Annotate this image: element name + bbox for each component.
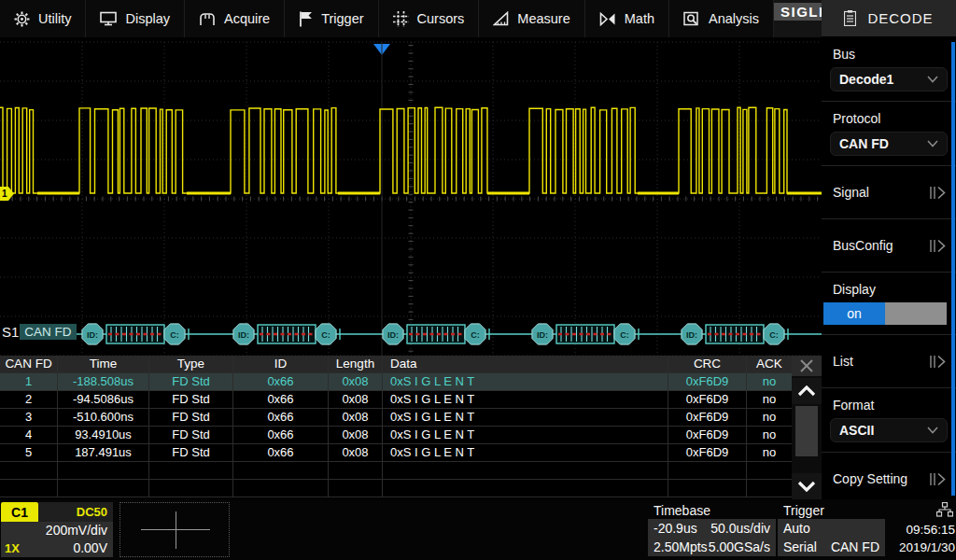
display-toggle-off[interactable]	[885, 302, 947, 325]
menu-item-acquire[interactable]: Acquire	[185, 0, 285, 37]
table-cell: 0x08	[329, 444, 383, 461]
top-menubar: UtilityDisplayAcquireTriggerCursorsMeasu…	[0, 0, 822, 37]
decode-frame: ID:C:	[682, 324, 788, 344]
sidebar-scrollbar[interactable]	[951, 42, 955, 496]
table-row[interactable]: 1-188.508usFD Std0x660x080xS I G L E N T…	[0, 373, 792, 391]
protocol-select[interactable]: CAN FD	[830, 132, 948, 156]
copy-setting-menu-item[interactable]: Copy Setting	[822, 455, 956, 503]
copy-setting-label: Copy Setting	[833, 471, 929, 486]
table-cell: 0x66	[233, 391, 329, 408]
table-cell: 0xS I G L E N T	[383, 427, 668, 443]
side-arrow-icon	[929, 355, 947, 369]
timebase-descriptor[interactable]: Timebase -20.9us 50.0us/div 2.50Mpts 5.0…	[648, 502, 776, 556]
menu-item-label: Trigger	[321, 11, 363, 26]
menu-item-display[interactable]: Display	[86, 0, 185, 37]
table-cell: Data	[383, 356, 668, 372]
table-cell: -188.508us	[58, 373, 149, 390]
table-cell: ACK	[747, 356, 792, 372]
table-cell: 0x66	[233, 427, 329, 443]
svg-text:C:: C:	[170, 330, 179, 340]
timebase-label: Timebase	[648, 502, 776, 519]
table-row[interactable]: 5187.491usFD Std0x660x080xS I G L E N T0…	[0, 444, 792, 462]
timebase-points: 2.50Mpts	[654, 538, 708, 556]
decode-panel-header: DECODE	[822, 0, 956, 37]
svg-text:ID:: ID:	[387, 330, 399, 340]
table-cell: 0x08	[329, 409, 383, 426]
table-cell: 0xS I G L E N T	[383, 444, 668, 461]
table-empty-row	[0, 462, 792, 480]
table-row[interactable]: 493.4910usFD Std0x660x080xS I G L E N T0…	[0, 427, 792, 444]
oscilloscope-screen: UtilityDisplayAcquireTriggerCursorsMeasu…	[0, 0, 956, 560]
chevron-down-icon	[927, 76, 938, 83]
table-cell: -510.600ns	[58, 409, 149, 426]
flag-icon	[299, 11, 313, 27]
table-cell: 0xF6D9	[668, 391, 747, 408]
menu-item-label: Acquire	[224, 11, 270, 26]
busconfig-menu-item[interactable]: BusConfig	[822, 221, 956, 270]
menu-item-utility[interactable]: Utility	[0, 0, 86, 37]
table-cell	[58, 480, 149, 497]
menu-item-trigger[interactable]: Trigger	[285, 0, 378, 37]
table-row[interactable]: 3-510.600nsFD Std0x660x080xS I G L E N T…	[0, 409, 792, 427]
decode-frame: ID:C:	[532, 324, 639, 344]
table-cell	[383, 480, 668, 497]
menu-item-label: Math	[625, 11, 654, 26]
gear-icon	[14, 11, 30, 27]
table-scroll-down-button[interactable]	[792, 473, 822, 499]
table-cell: CRC	[668, 356, 747, 372]
display-toggle-on[interactable]: on	[823, 302, 885, 325]
table-cell: 187.491us	[58, 444, 149, 461]
trigger-descriptor[interactable]: Trigger Auto Serial CAN FD	[778, 502, 885, 556]
chevron-down-icon	[797, 481, 816, 492]
table-cell	[329, 462, 383, 479]
add-channel-placeholder[interactable]	[120, 502, 230, 557]
protocol-label: Protocol	[833, 111, 956, 126]
side-arrow-icon	[929, 472, 947, 486]
channel1-badge[interactable]: C1	[1, 502, 38, 522]
timebase-samplerate: 5.00GSa/s	[709, 538, 770, 556]
display-toggle[interactable]: on	[823, 302, 947, 325]
acquire-icon	[199, 11, 216, 26]
menu-item-analysis[interactable]: Analysis	[669, 0, 774, 37]
table-header-row: CAN FDTimeTypeIDLengthDataCRCACK	[0, 356, 792, 373]
table-cell: no	[747, 427, 792, 443]
clipboard-icon	[844, 10, 856, 26]
channel1-coupling: DC50	[38, 502, 113, 522]
table-cell: CAN FD	[0, 356, 58, 372]
monitor-icon	[100, 11, 117, 26]
table-scroll-up-button[interactable]	[792, 378, 822, 404]
menu-item-math[interactable]: Math	[585, 0, 669, 37]
bus-select[interactable]: Decode1	[830, 67, 948, 91]
table-scroll-thumb[interactable]	[795, 406, 818, 456]
trigger-type: Serial	[783, 538, 817, 556]
table-cell: 93.4910us	[58, 427, 149, 443]
table-cell: no	[747, 444, 792, 461]
menu-item-cursors[interactable]: Cursors	[379, 0, 480, 37]
table-cell: 0x66	[233, 373, 329, 390]
decode-frame: ID:C:	[82, 324, 189, 344]
signal-menu-item[interactable]: Signal	[822, 168, 956, 217]
table-cell: 0xS I G L E N T	[383, 373, 668, 390]
list-menu-item[interactable]: List	[822, 337, 956, 385]
table-cell: no	[747, 409, 792, 426]
display-label: Display	[833, 282, 956, 297]
table-empty-row	[0, 480, 792, 497]
channel1-descriptor[interactable]: C1 DC50 200mV/div 1X 0.00V	[1, 502, 113, 557]
math-icon	[599, 12, 616, 26]
decode-bus-label: S1 CAN FD	[2, 324, 77, 340]
busconfig-label: BusConfig	[833, 238, 929, 253]
table-cell	[747, 480, 792, 497]
table-close-button[interactable]	[792, 356, 822, 376]
table-cell	[668, 480, 747, 497]
table-cell: FD Std	[149, 409, 233, 426]
menu-item-measure[interactable]: Measure	[479, 0, 584, 37]
waveform-display[interactable]: ID:C:ID:C:ID:C:ID:C:ID:C: 1 S1 CAN FD CA…	[0, 37, 822, 499]
svg-text:C:: C:	[620, 330, 629, 340]
table-row[interactable]: 2-94.5086usFD Std0x660x080xS I G L E N T…	[0, 391, 792, 409]
analysis-icon	[683, 11, 700, 26]
format-select[interactable]: ASCII	[830, 418, 948, 442]
table-cell: 0xS I G L E N T	[383, 409, 668, 426]
network-icon[interactable]	[936, 502, 953, 517]
table-cell	[0, 462, 58, 479]
table-cell: Length	[329, 356, 383, 372]
